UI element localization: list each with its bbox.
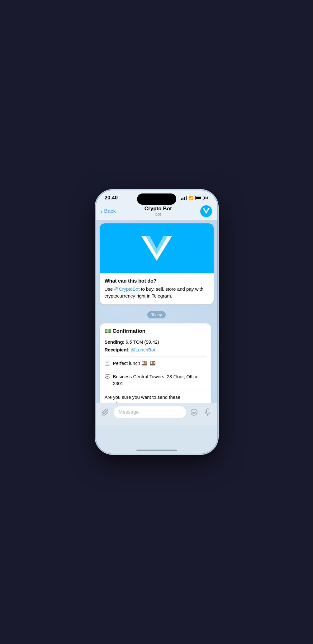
status-bar: 20.40 📶 31 <box>96 190 217 203</box>
back-label: Back <box>104 208 116 214</box>
battery-fill <box>196 197 201 199</box>
dynamic-island <box>137 193 176 205</box>
msg-comment-row: 💬 Business Central Towers, 23 Floor, Off… <box>105 373 206 387</box>
svg-point-1 <box>193 411 193 412</box>
bot-desc-link[interactable]: @CryptoBot <box>114 286 140 292</box>
mic-button[interactable] <box>202 407 213 417</box>
nav-subtitle: bot <box>145 212 172 217</box>
wifi-icon: 📶 <box>188 196 193 200</box>
battery: 31 <box>195 196 208 200</box>
msg-divider-1 <box>105 356 206 357</box>
receipt-food-emoji: 🍱 <box>150 360 156 367</box>
chat-area: What can this bot do? Use @CryptoBot to … <box>96 220 217 425</box>
chat-scroll[interactable]: What can this bot do? Use @CryptoBot to … <box>96 220 217 425</box>
svg-rect-3 <box>206 409 209 413</box>
status-time: 20.40 <box>105 195 118 201</box>
bot-desc-text: Use @CryptoBot to buy, sell, store and p… <box>105 286 209 299</box>
status-icons: 📶 31 <box>181 196 208 200</box>
chat-area-inner: What can this bot do? Use @CryptoBot to … <box>96 223 217 425</box>
avatar-icon <box>203 208 210 215</box>
date-divider: Today <box>96 308 217 322</box>
msg-receipt-row: 🧾 Perfect lunch 🍱 🍱 <box>105 360 206 367</box>
back-button[interactable]: ‹ Back <box>101 208 116 214</box>
signal-bar-4 <box>186 196 187 200</box>
home-indicator <box>136 450 177 451</box>
sending-value: 6.5 TON ($9.42) <box>126 339 159 345</box>
message-input[interactable] <box>114 406 186 418</box>
confirmation-message: 💵 Confirmation Sending: 6.5 TON ($9.42) … <box>100 323 211 411</box>
msg-sending-row: Sending: 6.5 TON ($9.42) <box>105 339 206 346</box>
msg-divider-3 <box>105 390 206 390</box>
signal-bar-1 <box>181 198 182 200</box>
bot-info-card: What can this bot do? Use @CryptoBot to … <box>100 223 214 304</box>
back-chevron-icon: ‹ <box>101 208 103 214</box>
battery-body <box>195 196 204 200</box>
svg-point-2 <box>195 411 195 412</box>
signal-bars <box>181 196 187 200</box>
bot-logo <box>140 236 174 261</box>
msg-recipient-row: Receipient: @LunchBot <box>105 346 206 353</box>
msg-title: 💵 Confirmation <box>105 328 206 334</box>
signal-bar-2 <box>183 198 183 200</box>
nav-bar: ‹ Back Crypto Bot bot <box>96 203 217 220</box>
recipient-link[interactable]: @LunchBot <box>131 347 155 352</box>
msg-title-emoji: 💵 <box>105 328 111 334</box>
bot-description: What can this bot do? Use @CryptoBot to … <box>100 273 214 304</box>
sticker-button[interactable] <box>189 407 199 417</box>
input-bar <box>96 403 217 425</box>
nav-title: Crypto Bot <box>145 206 172 212</box>
bot-banner <box>100 223 214 273</box>
comment-text: Business Central Towers, 23 Floor, Offic… <box>113 373 206 387</box>
battery-label: 31 <box>205 196 208 200</box>
comment-emoji: 💬 <box>105 373 111 380</box>
msg-title-text: Confirmation <box>111 328 146 334</box>
nav-center: Crypto Bot bot <box>145 206 172 217</box>
receipt-emoji: 🧾 <box>105 360 111 367</box>
bot-desc-pre: Use <box>105 286 114 292</box>
date-pill: Today <box>147 311 166 318</box>
bot-avatar[interactable] <box>200 205 212 217</box>
receipt-text: Perfect lunch 🍱 <box>113 360 148 367</box>
attach-button[interactable] <box>100 407 111 417</box>
recipient-label: Receipient <box>105 347 128 352</box>
svg-point-0 <box>191 409 197 415</box>
phone-frame: 20.40 📶 31 ‹ Back Crypto Bot <box>96 190 217 454</box>
bot-desc-title: What can this bot do? <box>105 278 209 284</box>
sending-label: Sending <box>105 339 123 345</box>
msg-divider-2 <box>105 370 206 370</box>
signal-bar-3 <box>184 197 185 200</box>
